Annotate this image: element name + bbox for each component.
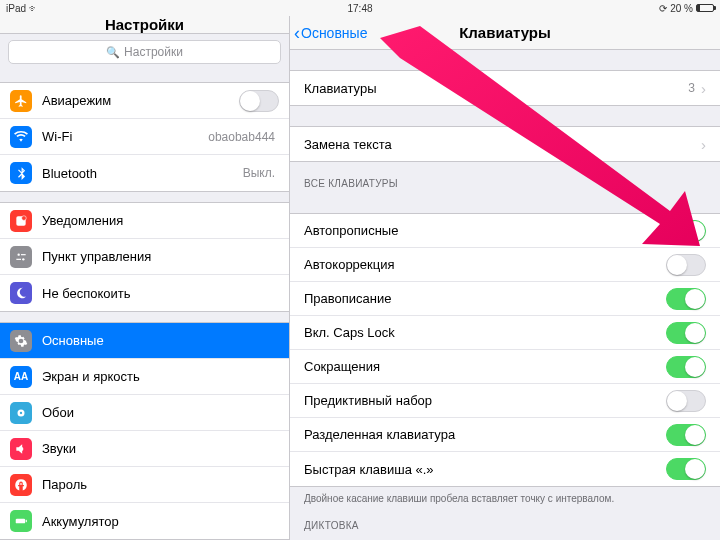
row-label: Bluetooth: [42, 166, 243, 181]
sidebar-item-control-center[interactable]: Пункт управления: [0, 239, 289, 275]
sidebar-item-battery[interactable]: Аккумулятор: [0, 503, 289, 539]
back-label: Основные: [301, 25, 367, 41]
toggle-autocorrect[interactable]: [666, 254, 706, 276]
row-label: Разделенная клавиатура: [304, 427, 666, 442]
battery-pct: 20 %: [670, 3, 693, 14]
row-label: Правописание: [304, 291, 666, 306]
row-label: Клавиатуры: [304, 81, 688, 96]
group-all-keyboards: Автопрописные Автокоррекция Правописание…: [290, 213, 720, 487]
sidebar-item-dnd[interactable]: Не беспокоить: [0, 275, 289, 311]
main-header: ‹ Основные Клавиатуры: [290, 16, 720, 50]
dnd-icon: [10, 282, 32, 304]
row-label: Звуки: [42, 441, 279, 456]
group-keyboards-link: Клавиатуры 3 ›: [290, 70, 720, 106]
row-label: Быстрая клавиша «.»: [304, 462, 666, 477]
carrier-label: iPad: [6, 3, 26, 14]
sidebar-item-notifications[interactable]: Уведомления: [0, 203, 289, 239]
sounds-icon: [10, 438, 32, 460]
sidebar-group-general: Основные AA Экран и яркость Обои Звуки П…: [0, 322, 289, 540]
gear-icon: [10, 330, 32, 352]
sidebar-item-wallpaper[interactable]: Обои: [0, 395, 289, 431]
row-predictive: Предиктивный набор: [290, 384, 720, 418]
row-label: Автокоррекция: [304, 257, 666, 272]
row-keyboards[interactable]: Клавиатуры 3 ›: [290, 71, 720, 105]
sidebar-item-passcode[interactable]: Пароль: [0, 467, 289, 503]
chevron-right-icon: ›: [701, 80, 706, 97]
svg-point-2: [18, 253, 20, 255]
search-placeholder: Настройки: [124, 45, 183, 59]
row-value: Выкл.: [243, 166, 275, 180]
row-capslock: Вкл. Caps Lock: [290, 316, 720, 350]
sidebar-item-sounds[interactable]: Звуки: [0, 431, 289, 467]
notifications-icon: [10, 210, 32, 232]
row-label: Wi-Fi: [42, 129, 208, 144]
section-footer-all-keyboards: Двойное касание клавиши пробела вставляе…: [290, 487, 720, 504]
section-header-dictation: ДИКТОВКА: [290, 504, 720, 535]
row-autocorrect: Автокоррекция: [290, 248, 720, 282]
row-label: Сокращения: [304, 359, 666, 374]
row-label: Не беспокоить: [42, 286, 279, 301]
row-label: Аккумулятор: [42, 514, 279, 529]
toggle-predictive[interactable]: [666, 390, 706, 412]
wifi-icon: ᯤ: [29, 3, 39, 14]
airplane-toggle[interactable]: [239, 90, 279, 112]
settings-sidebar: Настройки 🔍 Настройки Авиарежим Wi-Fi ob…: [0, 16, 290, 540]
main-pane: ‹ Основные Клавиатуры Клавиатуры 3 › Зам…: [290, 16, 720, 540]
group-text-replacement: Замена текста ›: [290, 126, 720, 162]
row-label: Экран и яркость: [42, 369, 279, 384]
airplane-icon: [10, 90, 32, 112]
orientation-lock-icon: ⟳: [659, 3, 667, 14]
row-label: Вкл. Caps Lock: [304, 325, 666, 340]
back-button[interactable]: ‹ Основные: [294, 24, 367, 42]
sidebar-item-display[interactable]: AA Экран и яркость: [0, 359, 289, 395]
row-autocap: Автопрописные: [290, 214, 720, 248]
wallpaper-icon: [10, 402, 32, 424]
toggle-shortcuts[interactable]: [666, 356, 706, 378]
row-shortcuts: Сокращения: [290, 350, 720, 384]
sidebar-group-alerts: Уведомления Пункт управления Не беспокои…: [0, 202, 289, 312]
chevron-right-icon: ›: [701, 136, 706, 153]
chevron-left-icon: ‹: [294, 24, 300, 42]
passcode-icon: [10, 474, 32, 496]
svg-point-1: [22, 215, 27, 220]
row-label: Пункт управления: [42, 249, 279, 264]
row-label: Пароль: [42, 477, 279, 492]
row-spelling: Правописание: [290, 282, 720, 316]
battery-icon: [696, 4, 714, 12]
search-icon: 🔍: [106, 46, 120, 59]
row-split-keyboard: Разделенная клавиатура: [290, 418, 720, 452]
status-bar: iPad ᯤ 17:48 ⟳ 20 %: [0, 0, 720, 16]
svg-rect-5: [16, 258, 21, 259]
toggle-split-keyboard[interactable]: [666, 424, 706, 446]
svg-rect-3: [21, 254, 26, 255]
svg-rect-9: [26, 520, 27, 522]
display-icon: AA: [10, 366, 32, 388]
toggle-spelling[interactable]: [666, 288, 706, 310]
row-text-replacement[interactable]: Замена текста ›: [290, 127, 720, 161]
control-center-icon: [10, 246, 32, 268]
sidebar-item-general[interactable]: Основные: [0, 323, 289, 359]
row-value: obaobab444: [208, 130, 275, 144]
sidebar-item-wifi[interactable]: Wi-Fi obaobab444: [0, 119, 289, 155]
row-label: Уведомления: [42, 213, 279, 228]
row-value: 3: [688, 81, 695, 95]
row-label: Основные: [42, 333, 279, 348]
toggle-dot-shortcut[interactable]: [666, 458, 706, 480]
battery-settings-icon: [10, 510, 32, 532]
sidebar-group-connectivity: Авиарежим Wi-Fi obaobab444 Bluetooth Вык…: [0, 82, 289, 192]
row-label: Автопрописные: [304, 223, 666, 238]
row-label: Предиктивный набор: [304, 393, 666, 408]
sidebar-item-airplane[interactable]: Авиарежим: [0, 83, 289, 119]
svg-point-4: [22, 258, 24, 260]
svg-rect-8: [16, 519, 25, 524]
toggle-capslock[interactable]: [666, 322, 706, 344]
svg-point-7: [20, 411, 22, 413]
toggle-autocap[interactable]: [666, 220, 706, 242]
row-dot-shortcut: Быстрая клавиша «.»: [290, 452, 720, 486]
sidebar-title: Настройки: [0, 16, 289, 34]
row-label: Авиарежим: [42, 93, 239, 108]
clock: 17:48: [347, 3, 372, 14]
search-input[interactable]: 🔍 Настройки: [8, 40, 281, 64]
sidebar-item-bluetooth[interactable]: Bluetooth Выкл.: [0, 155, 289, 191]
section-header-all-keyboards: ВСЕ КЛАВИАТУРЫ: [290, 162, 720, 193]
